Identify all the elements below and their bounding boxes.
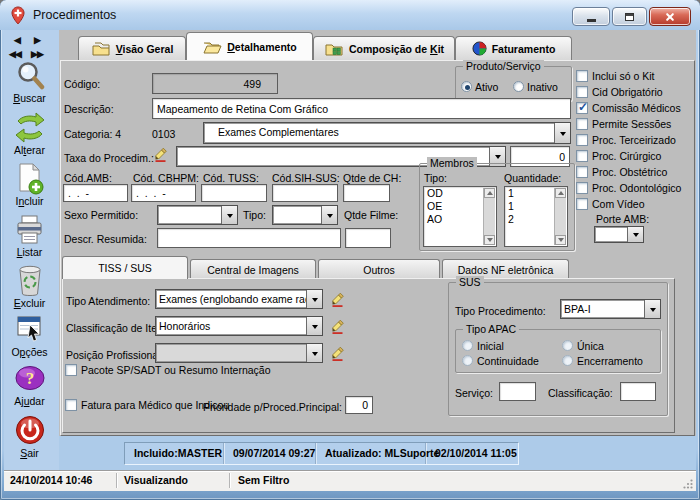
qtde-ch-field[interactable] (343, 184, 390, 202)
proc-cirurgico-label[interactable]: Proc. Cirúrgico (592, 150, 661, 162)
prioridade-field[interactable]: 0 (345, 396, 373, 414)
dropdown-arrow-icon[interactable] (554, 123, 570, 143)
restore-button[interactable] (612, 7, 647, 26)
qtde-filme-field[interactable] (345, 228, 391, 248)
sidebar-item-label: Sair (4, 447, 55, 459)
sus-classificacao-field[interactable] (620, 382, 656, 401)
cod-sih-sus-field[interactable] (272, 184, 338, 202)
apac-continuidade-radio[interactable] (462, 355, 473, 366)
sexo-permitido-select[interactable] (157, 205, 238, 225)
scrollbar[interactable] (554, 188, 566, 245)
dropdown-arrow-icon[interactable] (306, 344, 322, 362)
cod-amb-field[interactable]: . . - (63, 184, 128, 202)
scroll-down-icon[interactable] (555, 235, 566, 245)
servico-field[interactable] (499, 382, 536, 401)
com-video-label[interactable]: Com Vídeo (592, 198, 645, 210)
inativo-radio[interactable] (513, 81, 524, 92)
dropdown-arrow-icon[interactable] (221, 206, 237, 224)
ativo-radio[interactable] (461, 81, 472, 92)
proc-obstetrico-label[interactable]: Proc. Obstétrico (592, 166, 667, 178)
inclui-so-o-kit-checkbox[interactable] (576, 70, 588, 82)
cid-obrigatorio-label[interactable]: Cid Obrigatório (592, 86, 663, 98)
com-video-checkbox[interactable] (576, 198, 588, 210)
titlebar[interactable]: Procedimentos (0, 0, 700, 30)
subtab-central-de-imagens[interactable]: Central de Imagens (190, 259, 316, 279)
posicao-profissional-select[interactable] (155, 343, 323, 363)
descricao-field[interactable]: Mapeamento de Retina Com Gráfico (152, 98, 571, 119)
tab-faturamento[interactable]: Faturamento (455, 36, 572, 60)
permite-sessoes-label[interactable]: Permite Sessões (592, 118, 671, 130)
cod-cbhpm-field[interactable]: . . . - (131, 184, 196, 202)
scrollbar[interactable] (483, 188, 495, 245)
close-button[interactable] (649, 7, 691, 26)
subtab-tiss-sus[interactable]: TISS / SUS (62, 256, 188, 279)
proc-cirurgico-checkbox[interactable] (576, 150, 588, 162)
proc-odontologico-label[interactable]: Proc. Odontológico (592, 182, 681, 194)
sidebar-item-opcoes[interactable]: Opções (4, 314, 55, 358)
classificacao-de-item-select[interactable]: Honorários (155, 316, 323, 336)
resize-grip[interactable] (683, 479, 693, 489)
categoria-select[interactable]: Exames Complementares (203, 122, 571, 144)
sidebar-item-alterar[interactable]: Alterar (4, 111, 55, 156)
dropdown-arrow-icon[interactable] (644, 300, 660, 318)
inativo-radio-label[interactable]: Inativo (527, 81, 558, 93)
nav-first-button[interactable]: ◀◀ (9, 49, 21, 59)
tipo-procedimento-select[interactable]: BPA-I (560, 299, 661, 319)
scroll-up-icon[interactable] (555, 188, 566, 198)
dropdown-arrow-icon[interactable] (627, 227, 643, 242)
scroll-down-icon[interactable] (484, 235, 495, 245)
proc-terceirizado-label[interactable]: Proc. Terceirizado (592, 134, 676, 146)
proc-terceirizado-checkbox[interactable] (576, 134, 588, 146)
edit-lookup-icon[interactable] (152, 146, 169, 163)
cod-tuss-field[interactable] (201, 184, 267, 202)
tipo-select[interactable] (272, 205, 338, 225)
sidebar-item-listar[interactable]: Listar (4, 214, 55, 258)
proc-odontologico-checkbox[interactable] (576, 182, 588, 194)
procedimentos-window: Procedimentos ◀ ▶ ◀◀ ▶▶ Buscar Alterar (0, 0, 700, 500)
subtab-outros[interactable]: Outros (318, 259, 440, 279)
edit-lookup-icon[interactable] (329, 345, 346, 362)
sidebar-item-sair[interactable]: Sair (4, 414, 55, 459)
tab-composicao-de-kit[interactable]: Composição de Kit (313, 36, 455, 60)
apac-continuidade-label[interactable]: Continuidade (477, 355, 539, 367)
apac-encerramento-label[interactable]: Encerramento (577, 355, 643, 367)
dropdown-arrow-icon[interactable] (306, 317, 322, 335)
membros-tipo-list[interactable]: OD OE AO (423, 186, 497, 247)
sidebar-item-excluir[interactable]: Excluir (4, 264, 55, 309)
cid-obrigatorio-checkbox[interactable] (576, 86, 588, 98)
scroll-up-icon[interactable] (484, 188, 495, 198)
dropdown-arrow-icon[interactable] (321, 206, 337, 224)
tab-detalhamento[interactable]: Detalhamento (186, 32, 313, 60)
sidebar-item-buscar[interactable]: Buscar (4, 60, 55, 104)
sidebar-item-ajudar[interactable]: ? Ajudar (4, 364, 55, 407)
nav-last-button[interactable]: ▶▶ (31, 49, 43, 59)
inclui-so-o-kit-label[interactable]: Inclui só o Kit (592, 70, 654, 82)
dropdown-arrow-icon[interactable] (306, 290, 322, 308)
comissao-medicos-label[interactable]: Comissão Médicos (592, 102, 681, 114)
pacote-sp-sadt-checkbox[interactable] (65, 364, 77, 376)
tab-visao-geral[interactable]: Visão Geral (78, 36, 186, 60)
sidebar-item-incluir[interactable]: Incluir (4, 162, 55, 207)
apac-inicial-label[interactable]: Inicial (477, 340, 504, 352)
fatura-para-medico-checkbox[interactable] (65, 399, 77, 411)
porte-amb-select[interactable] (594, 226, 644, 243)
edit-lookup-icon[interactable] (329, 291, 346, 308)
descr-resumida-field[interactable] (157, 228, 341, 248)
minimize-button[interactable] (572, 7, 610, 26)
tipo-atendimento-select[interactable]: Exames (englobando exame radioló (155, 289, 323, 309)
nav-next-button[interactable]: ▶ (34, 35, 40, 45)
apac-inicial-radio[interactable] (462, 340, 473, 351)
folder-open-icon (202, 39, 222, 55)
nav-prev-button[interactable]: ◀ (14, 35, 20, 45)
pacote-sp-sadt-label[interactable]: Pacote SP/SADT ou Resumo Internação (81, 364, 271, 376)
apac-unica-label[interactable]: Única (577, 340, 604, 352)
apac-encerramento-radio[interactable] (562, 355, 573, 366)
proc-obstetrico-checkbox[interactable] (576, 166, 588, 178)
comissao-medicos-checkbox[interactable] (576, 102, 588, 114)
permite-sessoes-checkbox[interactable] (576, 118, 588, 130)
membros-quantidade-list[interactable]: 1 1 2 (504, 186, 568, 247)
codigo-field[interactable]: 499 (152, 73, 278, 94)
edit-lookup-icon[interactable] (329, 318, 346, 335)
ativo-radio-label[interactable]: Ativo (475, 81, 498, 93)
apac-unica-radio[interactable] (562, 340, 573, 351)
